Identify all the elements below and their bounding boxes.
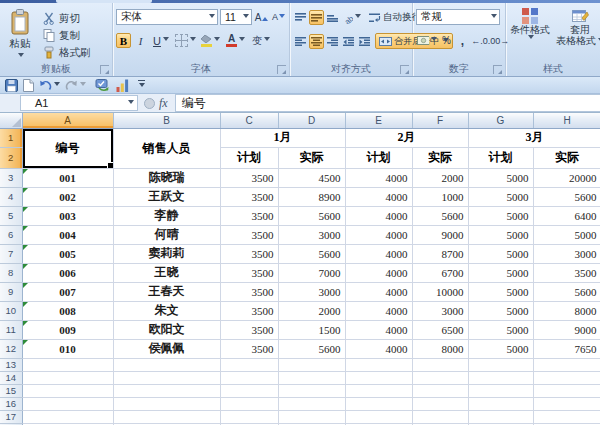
fill-color-button[interactable] — [199, 33, 222, 48]
new-document-icon[interactable] — [23, 79, 34, 92]
bold-button[interactable]: B — [116, 33, 131, 48]
cell-A5[interactable]: 003 — [22, 206, 113, 225]
cell-E12[interactable]: 4000 — [345, 339, 412, 358]
orientation-dropdown-icon[interactable] — [355, 14, 361, 21]
cell-A8[interactable]: 006 — [22, 263, 113, 282]
percent-style-button[interactable]: % — [439, 33, 454, 48]
cell-C7[interactable]: 3500 — [220, 244, 278, 263]
column-header-F[interactable]: F — [412, 113, 468, 128]
cell-H5[interactable]: 6400 — [533, 206, 600, 225]
cell-C17[interactable] — [220, 410, 278, 423]
conditional-formatting-dropdown-icon[interactable] — [528, 35, 534, 42]
cell-H11[interactable]: 9000 — [533, 320, 600, 339]
row-header-2[interactable]: 2 — [0, 147, 22, 168]
font-name-combo[interactable]: 宋体 — [116, 9, 218, 25]
cell-G13[interactable] — [468, 358, 533, 371]
cell-H13[interactable] — [533, 358, 600, 371]
cell-C14[interactable] — [220, 371, 278, 384]
grow-font-button[interactable]: A — [254, 10, 269, 25]
cell-C16[interactable] — [220, 397, 278, 410]
cell-E6[interactable]: 4000 — [345, 225, 412, 244]
cell-A3[interactable]: 001 — [22, 168, 113, 187]
cell-F2[interactable]: 实际 — [412, 147, 468, 168]
font-size-combo[interactable]: 11 — [220, 9, 252, 25]
cell-F10[interactable]: 3000 — [412, 301, 468, 320]
cell-C15[interactable] — [220, 384, 278, 397]
conditional-formatting-button[interactable]: 条件格式 — [508, 7, 552, 47]
cell-C10[interactable]: 3500 — [220, 301, 278, 320]
cell-B16[interactable] — [113, 397, 220, 410]
cell-D16[interactable] — [278, 397, 345, 410]
cell-H10[interactable]: 8000 — [533, 301, 600, 320]
undo-button[interactable] — [39, 79, 60, 92]
row-header-16[interactable]: 16 — [0, 397, 22, 410]
cell-C3[interactable]: 3500 — [220, 168, 278, 187]
cell-H15[interactable] — [533, 384, 600, 397]
cell-A4[interactable]: 002 — [22, 187, 113, 206]
cell-G16[interactable] — [468, 397, 533, 410]
cell-G3[interactable]: 5000 — [468, 168, 533, 187]
cell-E5[interactable]: 4000 — [345, 206, 412, 225]
cell-A13[interactable] — [22, 358, 113, 371]
paste-button[interactable]: 粘贴 — [0, 3, 40, 63]
column-header-B[interactable]: B — [113, 113, 220, 128]
align-left-button[interactable] — [293, 34, 308, 49]
accounting-dropdown-icon[interactable] — [431, 37, 437, 44]
font-color-button[interactable]: A — [224, 33, 247, 48]
borders-button[interactable] — [174, 33, 197, 48]
cell-B10[interactable]: 朱文 — [113, 301, 220, 320]
cell-D17[interactable] — [278, 410, 345, 423]
name-box[interactable]: A1 — [20, 95, 138, 111]
cell-F4[interactable]: 1000 — [412, 187, 468, 206]
cell-D11[interactable]: 1500 — [278, 320, 345, 339]
number-dialog-launcher-icon[interactable] — [493, 65, 502, 74]
cell-A15[interactable] — [22, 384, 113, 397]
decrease-indent-button[interactable] — [341, 34, 356, 49]
font-dialog-launcher-icon[interactable] — [277, 65, 286, 74]
alignment-dialog-launcher-icon[interactable] — [400, 65, 409, 74]
cell-E13[interactable] — [345, 358, 412, 371]
cell-H2[interactable]: 实际 — [533, 147, 600, 168]
font-size-dropdown-icon[interactable] — [243, 14, 249, 21]
column-header-C[interactable]: C — [220, 113, 278, 128]
cell-G10[interactable]: 5000 — [468, 301, 533, 320]
row-header-9[interactable]: 9 — [0, 282, 22, 301]
cell-H14[interactable] — [533, 371, 600, 384]
cell-G2[interactable]: 计划 — [468, 147, 533, 168]
comma-style-button[interactable]: , — [455, 33, 470, 48]
row-header-6[interactable]: 6 — [0, 225, 22, 244]
column-header-G[interactable]: G — [468, 113, 533, 128]
cell-B3[interactable]: 陈晓瑞 — [113, 168, 220, 187]
fill-color-dropdown-icon[interactable] — [214, 37, 220, 44]
font-color-dropdown-icon[interactable] — [239, 37, 245, 44]
cell-D2[interactable]: 实际 — [278, 147, 345, 168]
cell-C2[interactable]: 计划 — [220, 147, 278, 168]
cell-A6[interactable]: 004 — [22, 225, 113, 244]
column-header-A[interactable]: A — [22, 113, 113, 128]
cell-A9[interactable]: 007 — [22, 282, 113, 301]
row-header-4[interactable]: 4 — [0, 187, 22, 206]
cell-G1[interactable]: 3月 — [468, 128, 600, 147]
select-all-corner[interactable] — [0, 113, 22, 128]
row-header-8[interactable]: 8 — [0, 263, 22, 282]
cell-F16[interactable] — [412, 397, 468, 410]
cell-C5[interactable]: 3500 — [220, 206, 278, 225]
align-right-button[interactable] — [325, 34, 340, 49]
increase-decimal-button[interactable]: ←.0 — [471, 33, 488, 48]
column-header-D[interactable]: D — [278, 113, 345, 128]
cell-F12[interactable]: 8000 — [412, 339, 468, 358]
row-header-13[interactable]: 13 — [0, 358, 22, 371]
cell-H9[interactable]: 5600 — [533, 282, 600, 301]
cell-A7[interactable]: 005 — [22, 244, 113, 263]
cell-D5[interactable]: 5600 — [278, 206, 345, 225]
cell-E4[interactable]: 4000 — [345, 187, 412, 206]
row-header-15[interactable]: 15 — [0, 384, 22, 397]
row-header-11[interactable]: 11 — [0, 320, 22, 339]
format-painter-button[interactable]: 格式刷 — [40, 44, 94, 61]
accounting-format-button[interactable] — [416, 33, 438, 48]
cell-F14[interactable] — [412, 371, 468, 384]
cell-G15[interactable] — [468, 384, 533, 397]
row-header-7[interactable]: 7 — [0, 244, 22, 263]
cell-B14[interactable] — [113, 371, 220, 384]
save-icon[interactable] — [5, 79, 18, 92]
